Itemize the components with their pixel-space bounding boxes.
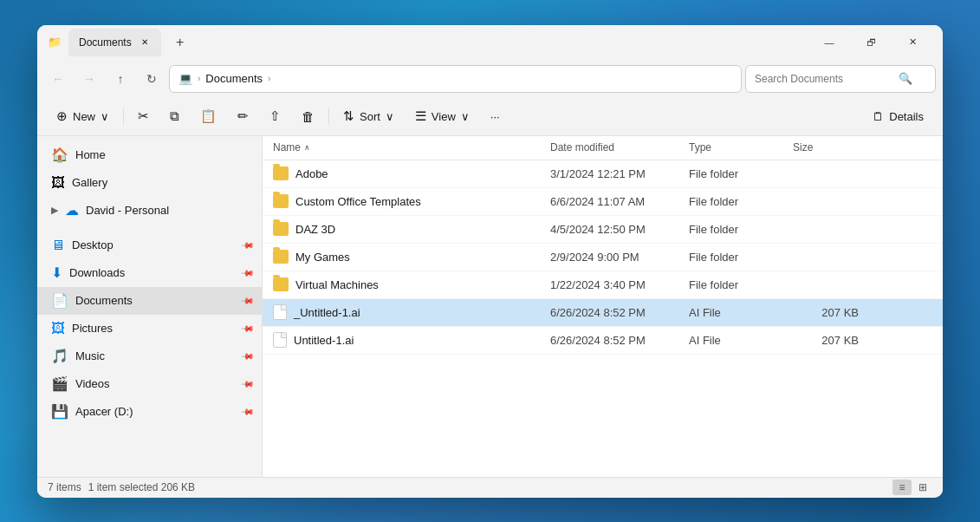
sidebar-item-downloads[interactable]: ⬇ Downloads 📌 [37, 259, 262, 287]
tab-close-button[interactable]: ✕ [139, 36, 151, 49]
table-row[interactable]: Untitled-1.ai 6/26/2024 8:52 PM AI File … [263, 327, 943, 355]
sidebar-item-home[interactable]: 🏠 Home [37, 141, 262, 169]
toolbar: ⊕ New ∨ ✂ ⧉ 📋 ✏ ⇧ 🗑 ⇅ Sort ∨ ☰ [37, 98, 943, 136]
tab-documents[interactable]: Documents ✕ [68, 29, 161, 56]
sidebar-item-label: Home [75, 148, 106, 161]
sidebar-item-gallery[interactable]: 🖼 Gallery [37, 169, 262, 197]
table-row[interactable]: Custom Office Templates 6/6/2024 11:07 A… [263, 188, 943, 216]
cut-button[interactable]: ✂ [129, 102, 158, 130]
copy-button[interactable]: ⧉ [161, 102, 188, 130]
file-date: 2/9/2024 9:00 PM [540, 251, 678, 264]
sidebar: 🏠 Home 🖼 Gallery ▶ ☁ David - Personal 🖥 … [37, 136, 263, 477]
file-name: My Games [263, 250, 540, 264]
search-input[interactable] [755, 73, 893, 85]
selected-info: 1 item selected 206 KB [88, 481, 195, 493]
more-button[interactable]: ··· [482, 102, 509, 130]
view-toggle: ≡ ⊞ [892, 480, 932, 495]
window-controls: — 🗗 ✕ [809, 29, 932, 56]
sidebar-item-apacer[interactable]: 💾 Apacer (D:) 📌 [37, 398, 262, 426]
new-button[interactable]: ⊕ New ∨ [48, 102, 118, 130]
file-date: 3/1/2024 12:21 PM [540, 167, 678, 180]
view-icon: ☰ [415, 108, 426, 124]
sidebar-item-label: Documents [75, 294, 133, 307]
sidebar-item-videos[interactable]: 🎬 Videos 📌 [37, 370, 262, 398]
sidebar-item-label: Apacer (D:) [75, 405, 133, 418]
file-size: 207 KB [782, 334, 869, 347]
details-button[interactable]: 🗒 Details [864, 102, 932, 130]
cut-icon: ✂ [138, 108, 149, 124]
file-type: AI File [678, 334, 782, 347]
search-bar[interactable]: 🔍 [745, 65, 936, 93]
refresh-button[interactable]: ↻ [138, 65, 165, 93]
paste-button[interactable]: 📋 [191, 102, 225, 130]
file-type: AI File [678, 306, 782, 319]
sidebar-item-label: Pictures [72, 322, 113, 335]
sidebar-item-david[interactable]: ▶ ☁ David - Personal [37, 197, 262, 225]
pin-icon: 📌 [241, 265, 255, 279]
sidebar-item-label: Downloads [69, 266, 125, 279]
items-count: 7 items [48, 481, 81, 493]
delete-button[interactable]: 🗑 [293, 102, 323, 130]
column-header-size[interactable]: Size [782, 136, 869, 160]
file-list-header: Name ∧ Date modified Type Size [263, 136, 943, 160]
folder-icon [273, 194, 289, 208]
downloads-icon: ⬇ [51, 264, 62, 281]
sort-label: Sort [360, 110, 380, 123]
home-icon: 🏠 [51, 147, 68, 163]
grid-view-button[interactable]: ⊞ [913, 480, 932, 495]
address-text: Documents [205, 72, 263, 85]
file-date: 1/22/2024 3:40 PM [540, 278, 678, 291]
back-button[interactable]: ← [44, 65, 72, 93]
file-date: 6/6/2024 11:07 AM [540, 195, 678, 208]
share-button[interactable]: ⇧ [261, 102, 289, 130]
forward-button[interactable]: → [75, 65, 103, 93]
sort-button[interactable]: ⇅ Sort ∨ [334, 102, 403, 130]
file-type: File folder [678, 223, 782, 236]
pictures-icon: 🖼 [51, 321, 65, 336]
new-label: New [73, 110, 95, 123]
delete-icon: 🗑 [302, 109, 315, 124]
table-row[interactable]: Virtual Machines 1/22/2024 3:40 PM File … [263, 271, 943, 299]
column-header-name[interactable]: Name ∧ [263, 136, 540, 160]
view-label: View [432, 110, 456, 123]
list-view-button[interactable]: ≡ [892, 480, 912, 495]
file-icon [273, 304, 287, 320]
tab-label: Documents [79, 36, 132, 49]
sidebar-item-desktop[interactable]: 🖥 Desktop 📌 [37, 232, 262, 259]
sort-indicator: ∧ [304, 143, 310, 152]
view-button[interactable]: ☰ View ∨ [406, 102, 478, 130]
paste-icon: 📋 [200, 108, 217, 124]
folder-icon [273, 277, 289, 291]
rename-button[interactable]: ✏ [229, 102, 257, 130]
new-chevron: ∨ [101, 110, 109, 123]
up-button[interactable]: ↑ [107, 65, 134, 93]
search-icon: 🔍 [899, 72, 912, 85]
table-row[interactable]: My Games 2/9/2024 9:00 PM File folder [263, 244, 943, 271]
sort-icon: ⇅ [343, 108, 354, 124]
sidebar-item-pictures[interactable]: 🖼 Pictures 📌 [37, 315, 262, 343]
pin-icon: 📌 [241, 404, 255, 418]
pin-icon: 📌 [241, 321, 255, 335]
column-header-type[interactable]: Type [678, 136, 782, 160]
minimize-button[interactable]: — [809, 29, 849, 56]
rename-icon: ✏ [237, 108, 249, 124]
file-name: Adobe [263, 166, 540, 180]
documents-icon: 📄 [51, 292, 68, 309]
desktop-icon: 🖥 [51, 238, 65, 253]
new-tab-button[interactable]: + [168, 30, 192, 55]
table-row[interactable]: _Untitled-1.ai 6/26/2024 8:52 PM AI File… [263, 299, 943, 327]
sidebar-item-music[interactable]: 🎵 Music 📌 [37, 343, 262, 370]
file-list: Name ∧ Date modified Type Size Adobe 3/1… [263, 136, 943, 477]
table-row[interactable]: DAZ 3D 4/5/2024 12:50 PM File folder [263, 216, 943, 244]
sidebar-item-label: David - Personal [86, 204, 169, 217]
maximize-button[interactable]: 🗗 [851, 29, 891, 56]
address-bar[interactable]: 💻 › Documents › [169, 65, 742, 93]
file-name: Virtual Machines [263, 277, 540, 291]
sidebar-item-documents[interactable]: 📄 Documents 📌 [37, 287, 262, 315]
videos-icon: 🎬 [51, 375, 68, 392]
close-button[interactable]: ✕ [892, 29, 932, 56]
address-chevron-2: › [268, 74, 270, 83]
statusbar: 7 items 1 item selected 206 KB ≡ ⊞ [37, 477, 943, 498]
table-row[interactable]: Adobe 3/1/2024 12:21 PM File folder [263, 160, 943, 188]
column-header-date[interactable]: Date modified [540, 136, 678, 160]
